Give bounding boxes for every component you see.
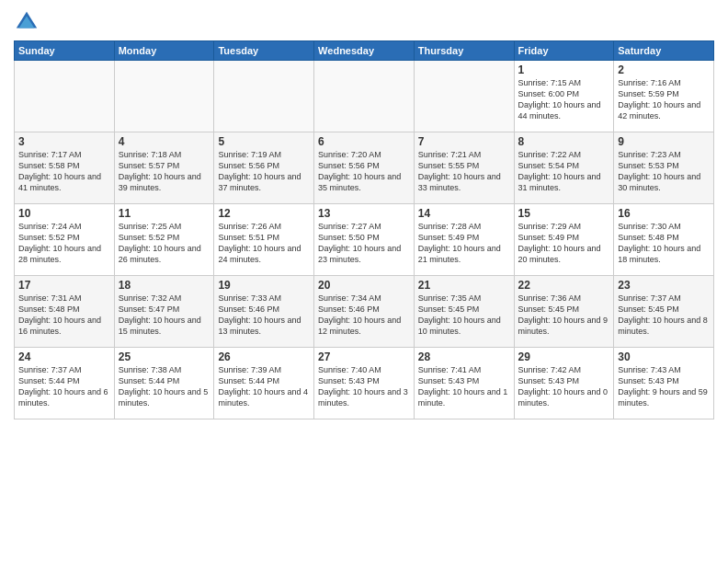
day-number: 6 [318, 135, 410, 148]
page: SundayMondayTuesdayWednesdayThursdayFrid… [0, 0, 728, 563]
week-row-2: 3Sunrise: 7:17 AM Sunset: 5:58 PM Daylig… [15, 132, 714, 204]
day-info: Sunrise: 7:19 AM Sunset: 5:56 PM Dayligh… [218, 149, 310, 194]
day-cell: 12Sunrise: 7:26 AM Sunset: 5:51 PM Dayli… [214, 204, 314, 276]
day-number: 9 [618, 135, 710, 148]
day-number: 8 [518, 135, 610, 148]
day-cell [114, 61, 214, 132]
day-cell: 10Sunrise: 7:24 AM Sunset: 5:52 PM Dayli… [15, 204, 115, 276]
day-info: Sunrise: 7:18 AM Sunset: 5:57 PM Dayligh… [119, 149, 210, 194]
day-cell [314, 61, 415, 132]
day-cell: 1Sunrise: 7:15 AM Sunset: 6:00 PM Daylig… [514, 61, 614, 132]
day-info: Sunrise: 7:27 AM Sunset: 5:50 PM Dayligh… [318, 221, 410, 266]
day-cell: 4Sunrise: 7:18 AM Sunset: 5:57 PM Daylig… [114, 132, 214, 204]
day-info: Sunrise: 7:35 AM Sunset: 5:45 PM Dayligh… [418, 293, 510, 338]
day-info: Sunrise: 7:24 AM Sunset: 5:52 PM Dayligh… [18, 221, 110, 266]
day-info: Sunrise: 7:38 AM Sunset: 5:44 PM Dayligh… [119, 364, 210, 409]
day-cell: 24Sunrise: 7:37 AM Sunset: 5:44 PM Dayli… [15, 348, 115, 419]
day-number: 19 [218, 279, 310, 292]
day-cell: 18Sunrise: 7:32 AM Sunset: 5:47 PM Dayli… [114, 276, 214, 348]
day-info: Sunrise: 7:22 AM Sunset: 5:54 PM Dayligh… [518, 149, 610, 194]
day-cell [15, 61, 115, 132]
day-number: 21 [418, 279, 510, 292]
day-cell: 9Sunrise: 7:23 AM Sunset: 5:53 PM Daylig… [614, 132, 714, 204]
day-info: Sunrise: 7:26 AM Sunset: 5:51 PM Dayligh… [218, 221, 310, 266]
day-cell: 8Sunrise: 7:22 AM Sunset: 5:54 PM Daylig… [514, 132, 614, 204]
day-number: 16 [618, 207, 710, 220]
day-cell: 17Sunrise: 7:31 AM Sunset: 5:48 PM Dayli… [15, 276, 115, 348]
day-number: 22 [518, 279, 610, 292]
day-number: 24 [18, 350, 110, 363]
logo-icon [14, 9, 40, 35]
day-info: Sunrise: 7:33 AM Sunset: 5:46 PM Dayligh… [218, 293, 310, 338]
day-number: 5 [218, 135, 310, 148]
day-number: 28 [418, 350, 510, 363]
week-row-5: 24Sunrise: 7:37 AM Sunset: 5:44 PM Dayli… [15, 348, 714, 419]
calendar: SundayMondayTuesdayWednesdayThursdayFrid… [14, 40, 714, 419]
day-info: Sunrise: 7:25 AM Sunset: 5:52 PM Dayligh… [119, 221, 210, 266]
day-cell: 15Sunrise: 7:29 AM Sunset: 5:49 PM Dayli… [514, 204, 614, 276]
day-cell: 28Sunrise: 7:41 AM Sunset: 5:43 PM Dayli… [414, 348, 514, 419]
day-number: 4 [119, 135, 210, 148]
header [14, 9, 714, 35]
day-info: Sunrise: 7:37 AM Sunset: 5:45 PM Dayligh… [618, 293, 710, 338]
day-info: Sunrise: 7:29 AM Sunset: 5:49 PM Dayligh… [518, 221, 610, 266]
day-cell: 19Sunrise: 7:33 AM Sunset: 5:46 PM Dayli… [214, 276, 314, 348]
day-number: 2 [618, 63, 710, 76]
day-number: 20 [318, 279, 410, 292]
weekday-header-row: SundayMondayTuesdayWednesdayThursdayFrid… [15, 41, 714, 61]
day-number: 11 [119, 207, 210, 220]
day-info: Sunrise: 7:39 AM Sunset: 5:44 PM Dayligh… [218, 364, 310, 409]
day-info: Sunrise: 7:28 AM Sunset: 5:49 PM Dayligh… [418, 221, 510, 266]
day-info: Sunrise: 7:23 AM Sunset: 5:53 PM Dayligh… [618, 149, 710, 194]
day-info: Sunrise: 7:32 AM Sunset: 5:47 PM Dayligh… [119, 293, 210, 338]
day-number: 30 [618, 350, 710, 363]
weekday-header-thursday: Thursday [414, 41, 514, 61]
day-cell: 6Sunrise: 7:20 AM Sunset: 5:56 PM Daylig… [314, 132, 415, 204]
day-info: Sunrise: 7:30 AM Sunset: 5:48 PM Dayligh… [618, 221, 710, 266]
day-cell: 16Sunrise: 7:30 AM Sunset: 5:48 PM Dayli… [614, 204, 714, 276]
day-cell: 25Sunrise: 7:38 AM Sunset: 5:44 PM Dayli… [114, 348, 214, 419]
day-number: 25 [119, 350, 210, 363]
weekday-header-wednesday: Wednesday [314, 41, 415, 61]
day-number: 27 [318, 350, 410, 363]
day-info: Sunrise: 7:15 AM Sunset: 6:00 PM Dayligh… [518, 77, 610, 122]
day-number: 23 [618, 279, 710, 292]
day-cell: 20Sunrise: 7:34 AM Sunset: 5:46 PM Dayli… [314, 276, 415, 348]
day-info: Sunrise: 7:16 AM Sunset: 5:59 PM Dayligh… [618, 77, 710, 122]
day-info: Sunrise: 7:17 AM Sunset: 5:58 PM Dayligh… [18, 149, 110, 194]
day-cell [414, 61, 514, 132]
weekday-header-tuesday: Tuesday [214, 41, 314, 61]
day-number: 12 [218, 207, 310, 220]
day-cell: 21Sunrise: 7:35 AM Sunset: 5:45 PM Dayli… [414, 276, 514, 348]
day-number: 14 [418, 207, 510, 220]
logo [14, 9, 43, 35]
day-info: Sunrise: 7:41 AM Sunset: 5:43 PM Dayligh… [418, 364, 510, 409]
day-number: 17 [18, 279, 110, 292]
weekday-header-monday: Monday [114, 41, 214, 61]
day-number: 3 [18, 135, 110, 148]
day-info: Sunrise: 7:36 AM Sunset: 5:45 PM Dayligh… [518, 293, 610, 338]
day-cell: 22Sunrise: 7:36 AM Sunset: 5:45 PM Dayli… [514, 276, 614, 348]
day-info: Sunrise: 7:40 AM Sunset: 5:43 PM Dayligh… [318, 364, 410, 409]
day-number: 15 [518, 207, 610, 220]
day-cell: 2Sunrise: 7:16 AM Sunset: 5:59 PM Daylig… [614, 61, 714, 132]
day-info: Sunrise: 7:31 AM Sunset: 5:48 PM Dayligh… [18, 293, 110, 338]
day-number: 26 [218, 350, 310, 363]
day-cell: 13Sunrise: 7:27 AM Sunset: 5:50 PM Dayli… [314, 204, 415, 276]
day-info: Sunrise: 7:37 AM Sunset: 5:44 PM Dayligh… [18, 364, 110, 409]
day-number: 29 [518, 350, 610, 363]
day-cell: 7Sunrise: 7:21 AM Sunset: 5:55 PM Daylig… [414, 132, 514, 204]
day-number: 18 [119, 279, 210, 292]
day-cell: 3Sunrise: 7:17 AM Sunset: 5:58 PM Daylig… [15, 132, 115, 204]
day-cell [214, 61, 314, 132]
weekday-header-sunday: Sunday [15, 41, 115, 61]
day-info: Sunrise: 7:42 AM Sunset: 5:43 PM Dayligh… [518, 364, 610, 409]
week-row-1: 1Sunrise: 7:15 AM Sunset: 6:00 PM Daylig… [15, 61, 714, 132]
day-info: Sunrise: 7:20 AM Sunset: 5:56 PM Dayligh… [318, 149, 410, 194]
weekday-header-friday: Friday [514, 41, 614, 61]
day-cell: 5Sunrise: 7:19 AM Sunset: 5:56 PM Daylig… [214, 132, 314, 204]
day-info: Sunrise: 7:21 AM Sunset: 5:55 PM Dayligh… [418, 149, 510, 194]
day-info: Sunrise: 7:34 AM Sunset: 5:46 PM Dayligh… [318, 293, 410, 338]
day-number: 7 [418, 135, 510, 148]
day-info: Sunrise: 7:43 AM Sunset: 5:43 PM Dayligh… [618, 364, 710, 409]
